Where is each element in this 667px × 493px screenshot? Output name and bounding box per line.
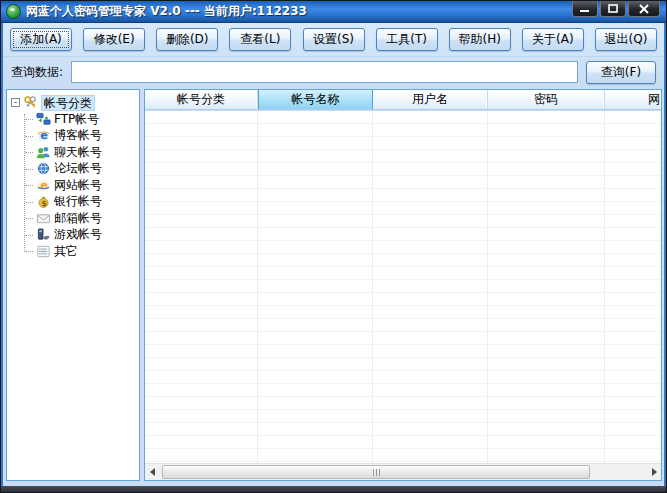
app-icon (6, 4, 21, 19)
svg-text:e: e (40, 179, 48, 192)
tree-item-label: 论坛帐号 (54, 160, 102, 177)
tree-item-chat[interactable]: 聊天帐号 (9, 144, 137, 161)
website-icon: e (35, 178, 51, 193)
blog-icon: e (35, 128, 51, 143)
toolbar: 添加(A) 修改(E) 删除(D) 查看(L) 设置(S) 工具(T) 帮助(H… (3, 23, 664, 57)
svg-text:e: e (40, 130, 48, 143)
column-divider (487, 111, 488, 463)
exit-button[interactable]: 退出(Q) (595, 28, 657, 51)
window-body: 添加(A) 修改(E) 删除(D) 查看(L) 设置(S) 工具(T) 帮助(H… (1, 23, 666, 486)
accounts-table-panel: 帐号分类 帐号名称 用户名 密码 网 (144, 89, 662, 481)
column-header-website[interactable]: 网 (605, 90, 661, 109)
scroll-left-button[interactable] (145, 464, 159, 480)
tree-item-ftp[interactable]: FTP帐号 (9, 111, 137, 128)
table-body-empty[interactable] (145, 110, 661, 463)
tree-item-blog[interactable]: e 博客帐号 (9, 128, 137, 145)
window-title: 网蓝个人密码管理专家 V2.0 --- 当前用户:112233 (26, 3, 307, 20)
scrollbar-thumb[interactable] (162, 465, 590, 479)
column-divider (372, 111, 373, 463)
horizontal-scrollbar[interactable] (145, 463, 661, 480)
tree-root-label[interactable]: 帐号分类 (41, 95, 95, 111)
tree-item-label: 博客帐号 (54, 127, 102, 144)
app-window: 网蓝个人密码管理专家 V2.0 --- 当前用户:112233 添加(A) 修改… (0, 0, 667, 493)
modify-button[interactable]: 修改(E) (83, 28, 145, 51)
maximize-icon (608, 4, 618, 13)
table-header-row: 帐号分类 帐号名称 用户名 密码 网 (145, 90, 661, 110)
help-button[interactable]: 帮助(H) (449, 28, 511, 51)
search-button[interactable]: 查询(F) (586, 61, 656, 84)
delete-button[interactable]: 删除(D) (156, 28, 218, 51)
bank-icon: $ (35, 194, 51, 209)
column-divider (604, 111, 605, 463)
window-bottom-edge (1, 486, 666, 492)
game-icon (35, 227, 51, 242)
column-header-account-name[interactable]: 帐号名称 (258, 90, 373, 109)
close-icon (639, 4, 649, 14)
scroll-right-button[interactable] (647, 464, 661, 480)
window-controls (572, 1, 660, 17)
main-area: - 帐号分类 (3, 87, 664, 486)
add-button[interactable]: 添加(A) (10, 28, 72, 51)
column-header-category[interactable]: 帐号分类 (145, 90, 258, 109)
tree-item-other[interactable]: 其它 (9, 243, 137, 260)
tree-item-label: 聊天帐号 (54, 144, 102, 161)
column-header-password[interactable]: 密码 (488, 90, 605, 109)
category-tree: - 帐号分类 (9, 94, 137, 260)
close-button[interactable] (628, 1, 660, 17)
settings-button[interactable]: 设置(S) (303, 28, 365, 51)
search-input[interactable] (71, 61, 578, 83)
title-bar: 网蓝个人密码管理专家 V2.0 --- 当前用户:112233 (1, 1, 666, 23)
tree-item-website[interactable]: e 网站帐号 (9, 177, 137, 194)
tree-root-accounts[interactable]: - 帐号分类 (9, 94, 137, 111)
tree-item-label: 网站帐号 (54, 177, 102, 194)
tree-item-forum[interactable]: 论坛帐号 (9, 161, 137, 178)
chat-icon (35, 145, 51, 160)
tree-item-label: 其它 (54, 243, 78, 260)
tools-button[interactable]: 工具(T) (376, 28, 438, 51)
ftp-icon (35, 112, 51, 127)
svg-text:$: $ (41, 199, 46, 208)
search-row: 查询数据: 查询(F) (3, 57, 664, 87)
triangle-left-icon (150, 468, 155, 476)
column-header-username[interactable]: 用户名 (373, 90, 488, 109)
tree-item-game[interactable]: 游戏帐号 (9, 227, 137, 244)
view-button[interactable]: 查看(L) (229, 28, 291, 51)
tree-item-label: 银行帐号 (54, 193, 102, 210)
mail-icon (35, 211, 51, 226)
tree-item-label: 邮箱帐号 (54, 210, 102, 227)
minimize-button[interactable] (572, 1, 598, 17)
category-tree-panel: - 帐号分类 (6, 89, 140, 481)
minimize-icon (580, 5, 590, 13)
tree-item-label: FTP帐号 (54, 111, 99, 128)
other-icon (35, 244, 51, 259)
tree-item-label: 游戏帐号 (54, 226, 102, 243)
column-divider (257, 111, 258, 463)
triangle-right-icon (652, 468, 657, 476)
scrollbar-track[interactable] (159, 464, 647, 480)
forum-icon (35, 161, 51, 176)
tree-item-bank[interactable]: $ 银行帐号 (9, 194, 137, 211)
about-button[interactable]: 关于(A) (522, 28, 584, 51)
search-label: 查询数据: (11, 64, 63, 81)
maximize-button[interactable] (600, 1, 626, 17)
tree-item-mail[interactable]: 邮箱帐号 (9, 210, 137, 227)
collapse-expander[interactable]: - (11, 98, 20, 107)
keys-icon (22, 95, 38, 110)
